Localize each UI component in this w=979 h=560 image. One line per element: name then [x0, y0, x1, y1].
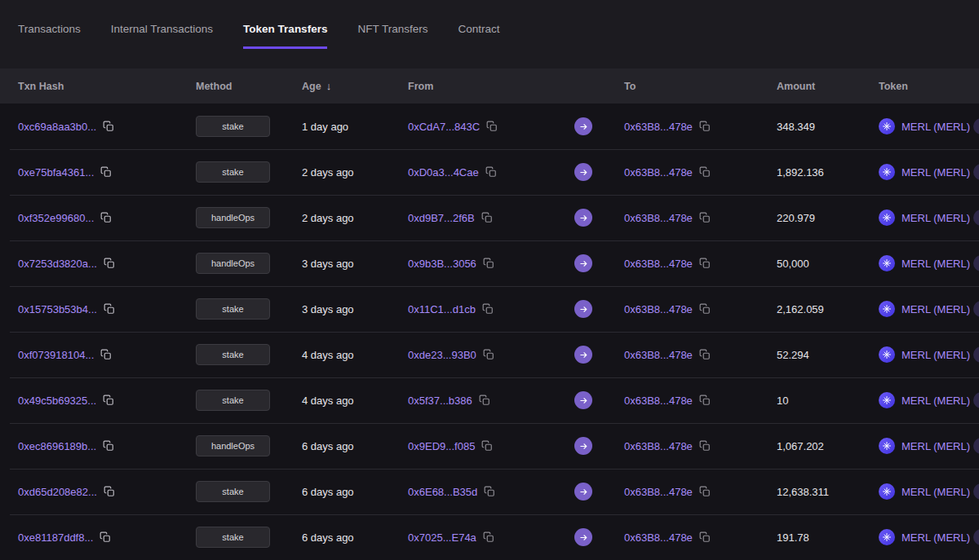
token-cell: MERL (MERL): [879, 438, 979, 454]
token-link[interactable]: MERL (MERL): [901, 166, 970, 179]
token-link[interactable]: MERL (MERL): [901, 349, 970, 361]
method-badge: stake: [196, 481, 270, 502]
transfer-arrow-icon: [574, 483, 592, 500]
copy-icon[interactable]: [699, 212, 711, 223]
copy-icon[interactable]: [479, 395, 490, 406]
to-address-link[interactable]: 0x63B8...478e: [624, 486, 693, 498]
to-address-link[interactable]: 0x63B8...478e: [624, 258, 693, 270]
amount-text: 1,067.202: [777, 440, 879, 452]
to-address-link[interactable]: 0x63B8...478e: [624, 121, 693, 133]
token-cell: MERL (MERL): [879, 392, 979, 408]
copy-icon[interactable]: [699, 303, 711, 315]
tab-transactions[interactable]: Transactions: [18, 23, 81, 49]
copy-icon[interactable]: [482, 303, 494, 315]
to-address-link[interactable]: 0x63B8...478e: [624, 440, 693, 452]
from-address-link[interactable]: 0xde23...93B0: [408, 349, 476, 361]
age-text: 3 days ago: [302, 303, 408, 315]
copy-icon[interactable]: [103, 440, 114, 452]
copy-icon[interactable]: [699, 121, 711, 132]
method-badge: stake: [196, 390, 270, 411]
token-link[interactable]: MERL (MERL): [901, 258, 970, 270]
copy-icon[interactable]: [699, 349, 711, 360]
txn-hash-link[interactable]: 0xf352e99680...: [18, 212, 94, 224]
copy-icon[interactable]: [100, 349, 112, 360]
to-address-link[interactable]: 0x63B8...478e: [624, 212, 693, 224]
token-link[interactable]: MERL (MERL): [901, 121, 970, 133]
copy-icon[interactable]: [103, 121, 114, 132]
copy-icon[interactable]: [483, 531, 494, 543]
txn-hash-link[interactable]: 0xec8696189b...: [18, 440, 96, 452]
copy-icon[interactable]: [104, 486, 115, 497]
token-cell: MERL (MERL): [879, 209, 979, 226]
txn-hash-link[interactable]: 0xe75bfa4361...: [18, 166, 94, 179]
txn-hash-link[interactable]: 0xd65d208e82...: [18, 486, 97, 498]
copy-icon[interactable]: [483, 349, 494, 360]
copy-icon[interactable]: [699, 531, 711, 543]
table-row: 0xc69a8aa3b0... stake 1 day ago 0xCdA7..…: [0, 104, 979, 149]
to-address-link[interactable]: 0x63B8...478e: [624, 303, 693, 315]
tab-token-transfers[interactable]: Token Transfers: [243, 23, 327, 49]
copy-icon[interactable]: [699, 258, 711, 269]
transfer-arrow-icon: [574, 254, 592, 272]
from-address-link[interactable]: 0xD0a3...4Cae: [408, 166, 479, 179]
to-cell: 0x63B8...478e: [624, 440, 777, 452]
token-link[interactable]: MERL (MERL): [901, 486, 970, 498]
to-address-link[interactable]: 0x63B8...478e: [624, 166, 693, 179]
from-address-link[interactable]: 0x5f37...b386: [408, 395, 472, 407]
tab-internal-transactions[interactable]: Internal Transactions: [111, 23, 213, 49]
copy-icon[interactable]: [699, 440, 711, 452]
txn-hash-link[interactable]: 0x49c5b69325...: [18, 395, 96, 407]
copy-icon[interactable]: [100, 531, 111, 543]
from-address-link[interactable]: 0x11C1...d1cb: [408, 303, 476, 315]
copy-icon[interactable]: [481, 212, 493, 223]
header-token: Token: [879, 81, 979, 92]
tab-nft-transfers[interactable]: NFT Transfers: [357, 23, 427, 49]
txn-hash-link[interactable]: 0xe81187ddf8...: [18, 531, 93, 544]
from-cell: 0x6E68...B35d: [408, 486, 565, 498]
token-link[interactable]: MERL (MERL): [901, 212, 970, 224]
sort-desc-icon[interactable]: ↓: [326, 80, 332, 92]
amount-text: 52.294: [777, 349, 879, 361]
copy-icon[interactable]: [103, 395, 114, 406]
amount-text: 2,162.059: [777, 303, 879, 315]
from-address-link[interactable]: 0xCdA7...843C: [408, 121, 480, 133]
merl-token-icon: [879, 483, 895, 500]
tab-contract[interactable]: Contract: [458, 23, 499, 49]
from-address-link[interactable]: 0x9ED9...f085: [408, 440, 475, 452]
table-row: 0xf352e99680... handleOps 2 days ago 0xd…: [0, 195, 979, 240]
token-link[interactable]: MERL (MERL): [901, 395, 970, 407]
copy-icon[interactable]: [486, 121, 498, 132]
copy-icon[interactable]: [699, 166, 711, 178]
txn-hash-link[interactable]: 0xc69a8aa3b0...: [18, 121, 96, 133]
amount-text: 12,638.311: [777, 486, 879, 498]
copy-icon[interactable]: [483, 258, 494, 269]
txn-hash-link[interactable]: 0xf073918104...: [18, 349, 94, 361]
copy-icon[interactable]: [484, 486, 495, 497]
to-address-link[interactable]: 0x63B8...478e: [624, 395, 693, 407]
to-address-link[interactable]: 0x63B8...478e: [624, 349, 693, 361]
to-address-link[interactable]: 0x63B8...478e: [624, 531, 693, 544]
copy-icon[interactable]: [100, 166, 112, 178]
merl-token-icon: [879, 529, 895, 545]
copy-icon[interactable]: [699, 486, 711, 497]
copy-icon[interactable]: [104, 258, 115, 269]
txn-hash-link[interactable]: 0x7253d3820a...: [18, 258, 97, 270]
from-address-link[interactable]: 0x6E68...B35d: [408, 486, 477, 498]
copy-icon[interactable]: [481, 440, 493, 452]
copy-icon[interactable]: [699, 395, 711, 406]
from-address-link[interactable]: 0xd9B7...2f6B: [408, 212, 475, 224]
from-address-link[interactable]: 0x7025...E74a: [408, 531, 476, 544]
txn-hash-link[interactable]: 0x15753b53b4...: [18, 303, 97, 315]
from-cell: 0xde23...93B0: [408, 349, 565, 361]
header-age[interactable]: Age ↓: [302, 80, 408, 92]
token-link[interactable]: MERL (MERL): [901, 531, 970, 544]
merl-token-icon: [879, 255, 895, 271]
method-cell: stake: [196, 527, 302, 548]
copy-icon[interactable]: [100, 212, 112, 223]
from-address-link[interactable]: 0x9b3B...3056: [408, 258, 476, 270]
copy-icon[interactable]: [104, 303, 115, 315]
token-link[interactable]: MERL (MERL): [901, 303, 970, 315]
copy-icon[interactable]: [485, 166, 497, 178]
token-link[interactable]: MERL (MERL): [901, 440, 970, 452]
method-badge: handleOps: [196, 207, 270, 228]
